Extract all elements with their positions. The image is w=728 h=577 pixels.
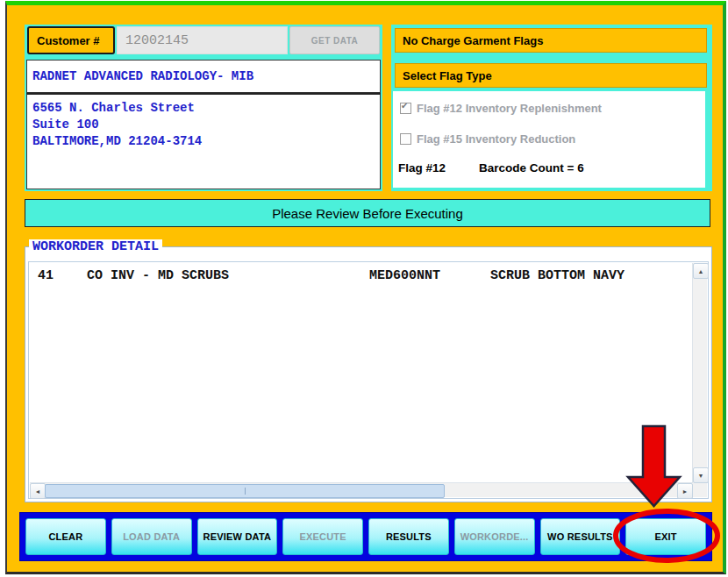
customer-name-box: RADNET ADVANCED RADIOLOGY- MIB (26, 60, 381, 93)
results-button[interactable]: RESULTS (368, 518, 449, 555)
barcode-count: Barcode Count = 6 (479, 161, 584, 175)
clear-button[interactable]: CLEAR (25, 518, 106, 555)
execute-button: EXECUTE (282, 518, 363, 555)
flag15-checkbox (400, 133, 411, 145)
flag15-option: Flag #15 Inventory Reduction (400, 132, 575, 146)
scroll-right-icon[interactable]: ► (677, 483, 693, 499)
flag-summary: Flag #12Barcode Count = 6 (398, 161, 584, 175)
horizontal-scrollbar[interactable]: ◄ ► (30, 482, 693, 497)
scroll-left-icon[interactable]: ◄ (30, 483, 46, 499)
customer-address-box: 6565 N. Charles Street Suite 100 BALTIMO… (26, 93, 381, 189)
flag-type-header: Select Flag Type (395, 63, 707, 88)
flag-options-box: Flag #12 Inventory Replenishment Flag #1… (393, 91, 705, 188)
flag12-label: Flag #12 Inventory Replenishment (417, 102, 602, 115)
scrollbar-thumb[interactable] (45, 484, 445, 498)
vertical-scrollbar[interactable]: ▲ ▼ (692, 263, 707, 483)
scroll-up-icon[interactable]: ▲ (693, 263, 709, 279)
flag15-label: Flag #15 Inventory Reduction (417, 132, 575, 146)
address-line: 6565 N. Charles Street (32, 100, 380, 117)
row-item-code: MED600NNT (369, 268, 440, 283)
row-description: CO INV - MD SCRUBS (87, 268, 229, 283)
scrollbar-corner (693, 483, 707, 497)
review-data-button[interactable]: REVIEW DATA (197, 518, 278, 555)
app-window: Customer # GET DATA RADNET ADVANCED RADI… (5, 1, 726, 574)
flag12-option: Flag #12 Inventory Replenishment (400, 102, 602, 115)
review-banner: Please Review Before Executing (25, 199, 710, 227)
selected-flag: Flag #12 (398, 161, 446, 175)
exit-button[interactable]: EXIT (625, 518, 706, 555)
flags-header: No Charge Garment Flags (395, 28, 707, 53)
customer-number-input[interactable] (117, 26, 288, 54)
scroll-down-icon[interactable]: ▼ (693, 467, 709, 483)
customer-panel: Customer # GET DATA RADNET ADVANCED RADI… (25, 25, 382, 191)
load-data-button: LOAD DATA (111, 518, 192, 555)
row-line-number: 41 (38, 268, 54, 283)
workorder-group: WORKORDER DETAIL 41 CO INV - MD SCRUBS M… (25, 246, 712, 502)
workorder-row[interactable]: 41 CO INV - MD SCRUBS MED600NNT SCRUB BO… (29, 268, 708, 286)
flag12-checkbox (400, 103, 411, 114)
address-line: Suite 100 (32, 117, 380, 133)
workorder-title: WORKORDER DETAIL (29, 239, 162, 254)
customer-name: RADNET ADVANCED RADIOLOGY- MIB (27, 69, 253, 83)
customer-number-label: Customer # (27, 26, 115, 54)
workorder-button: WORKORDE... (454, 518, 535, 555)
workorder-list[interactable]: 41 CO INV - MD SCRUBS MED600NNT SCRUB BO… (28, 261, 709, 499)
address-line: BALTIMORE,MD 21204-3714 (32, 133, 380, 150)
row-item-name: SCRUB BOTTOM NAVY (490, 268, 625, 283)
toolbar: CLEAR LOAD DATA REVIEW DATA EXECUTE RESU… (19, 512, 712, 561)
flags-panel: No Charge Garment Flags Select Flag Type… (391, 25, 712, 191)
wo-results-button[interactable]: WO RESULTS (540, 518, 621, 555)
get-data-button: GET DATA (289, 26, 380, 54)
